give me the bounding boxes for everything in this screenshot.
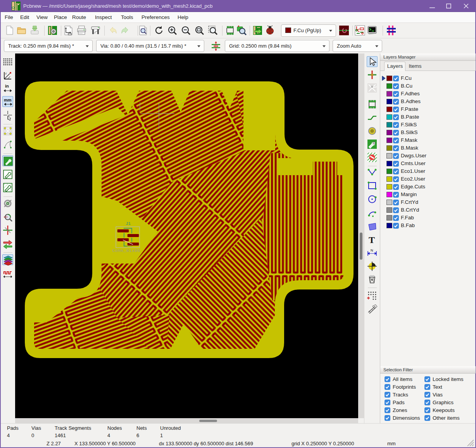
svg-text:N: N bbox=[371, 248, 373, 252]
svg-text:mm: mm bbox=[4, 98, 12, 102]
svg-text:Conn_01x06: Conn_01x06 bbox=[112, 248, 140, 253]
svg-text:in: in bbox=[5, 84, 9, 88]
svg-text:T: T bbox=[369, 235, 375, 245]
svg-text:r: r bbox=[5, 72, 7, 76]
svg-text:J1: J1 bbox=[126, 221, 131, 226]
